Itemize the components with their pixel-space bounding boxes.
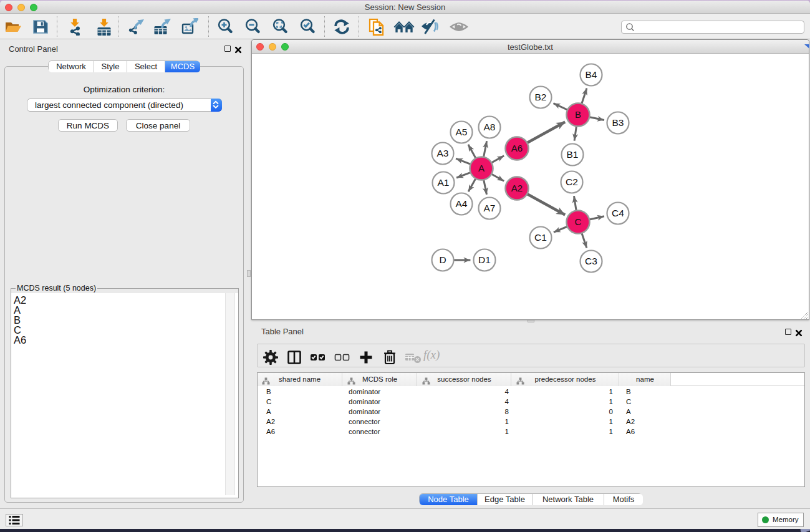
svg-text:D1: D1 (478, 254, 491, 265)
svg-text:B2: B2 (535, 92, 547, 102)
svg-text:A: A (478, 163, 485, 173)
svg-text:B: B (575, 109, 581, 120)
svg-text:C2: C2 (566, 177, 578, 187)
svg-text:B3: B3 (612, 117, 624, 128)
svg-text:C4: C4 (612, 208, 624, 218)
svg-text:C3: C3 (585, 256, 597, 266)
svg-text:B4: B4 (586, 69, 597, 80)
svg-text:C1: C1 (534, 232, 547, 243)
svg-text:B1: B1 (567, 149, 579, 160)
svg-text:A7: A7 (484, 203, 496, 213)
svg-text:A2: A2 (511, 183, 523, 193)
svg-text:A6: A6 (511, 143, 523, 153)
svg-text:A1: A1 (438, 177, 450, 188)
svg-text:A8: A8 (484, 122, 496, 132)
svg-text:A4: A4 (456, 198, 468, 209)
svg-text:C: C (575, 216, 582, 227)
svg-text:D: D (439, 254, 446, 265)
svg-text:A5: A5 (456, 127, 468, 137)
svg-text:A3: A3 (437, 148, 449, 158)
